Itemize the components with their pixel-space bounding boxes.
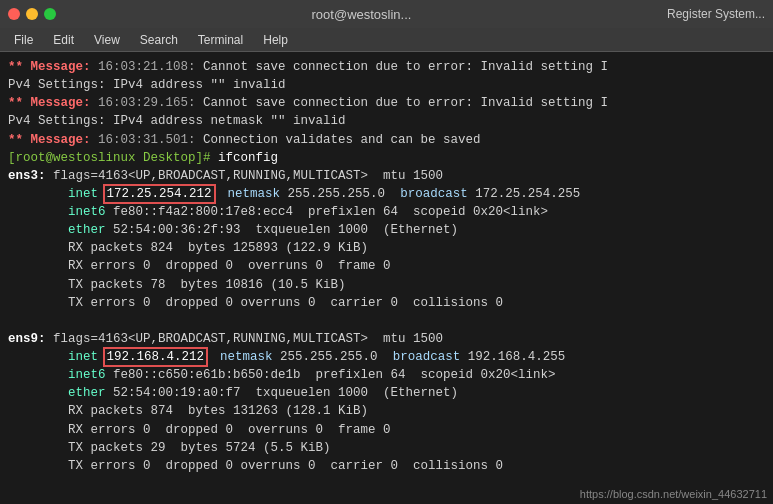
menu-view[interactable]: View <box>86 31 128 49</box>
ens9-inet: inet 192.168.4.212 netmask 255.255.255.0… <box>8 348 765 366</box>
close-button[interactable] <box>8 8 20 20</box>
menu-help[interactable]: Help <box>255 31 296 49</box>
blank-line-1 <box>8 312 765 330</box>
message-line-1: ** Message: 16:03:21.108: Cannot save co… <box>8 58 765 76</box>
ens3-tx-packets: TX packets 78 bytes 10816 (10.5 KiB) <box>8 276 765 294</box>
terminal-output: ** Message: 16:03:21.108: Cannot save co… <box>0 52 773 504</box>
minimize-button[interactable] <box>26 8 38 20</box>
ens3-ether: ether 52:54:00:36:2f:93 txqueuelen 1000 … <box>8 221 765 239</box>
ens9-tx-errors: TX errors 0 dropped 0 overruns 0 carrier… <box>8 457 765 475</box>
ens3-tx-errors: TX errors 0 dropped 0 overruns 0 carrier… <box>8 294 765 312</box>
ens9-rx-packets: RX packets 874 bytes 131263 (128.1 KiB) <box>8 402 765 420</box>
message-line-2: ** Message: 16:03:29.165: Cannot save co… <box>8 94 765 112</box>
title-bar: root@westoslin... Register System... <box>0 0 773 28</box>
ens9-header: ens9: flags=4163<UP,BROADCAST,RUNNING,MU… <box>8 330 765 348</box>
message-line-1b: Pv4 Settings: IPv4 address "" invalid <box>8 76 765 94</box>
ens3-rx-errors: RX errors 0 dropped 0 overruns 0 frame 0 <box>8 257 765 275</box>
menu-terminal[interactable]: Terminal <box>190 31 251 49</box>
message-line-2b: Pv4 Settings: IPv4 address netmask "" in… <box>8 112 765 130</box>
window-title: root@westoslin... <box>56 7 667 22</box>
ens9-rx-errors: RX errors 0 dropped 0 overruns 0 frame 0 <box>8 421 765 439</box>
menu-file[interactable]: File <box>6 31 41 49</box>
ens9-inet6: inet6 fe80::c650:e61b:b650:de1b prefixle… <box>8 366 765 384</box>
ens3-inet: inet 172.25.254.212 netmask 255.255.255.… <box>8 185 765 203</box>
register-link[interactable]: Register System... <box>667 7 765 21</box>
menu-bar: File Edit View Search Terminal Help <box>0 28 773 52</box>
ens3-rx-packets: RX packets 824 bytes 125893 (122.9 KiB) <box>8 239 765 257</box>
watermark: https://blog.csdn.net/weixin_44632711 <box>580 488 767 500</box>
message-line-3: ** Message: 16:03:31.501: Connection val… <box>8 131 765 149</box>
ens3-header: ens3: flags=4163<UP,BROADCAST,RUNNING,MU… <box>8 167 765 185</box>
ens9-tx-packets: TX packets 29 bytes 5724 (5.5 KiB) <box>8 439 765 457</box>
ens9-ether: ether 52:54:00:19:a0:f7 txqueuelen 1000 … <box>8 384 765 402</box>
prompt-line: [root@westoslinux Desktop]# ifconfig <box>8 149 765 167</box>
menu-edit[interactable]: Edit <box>45 31 82 49</box>
menu-search[interactable]: Search <box>132 31 186 49</box>
maximize-button[interactable] <box>44 8 56 20</box>
window-controls[interactable] <box>8 8 56 20</box>
ens3-inet6: inet6 fe80::f4a2:800:17e8:ecc4 prefixlen… <box>8 203 765 221</box>
